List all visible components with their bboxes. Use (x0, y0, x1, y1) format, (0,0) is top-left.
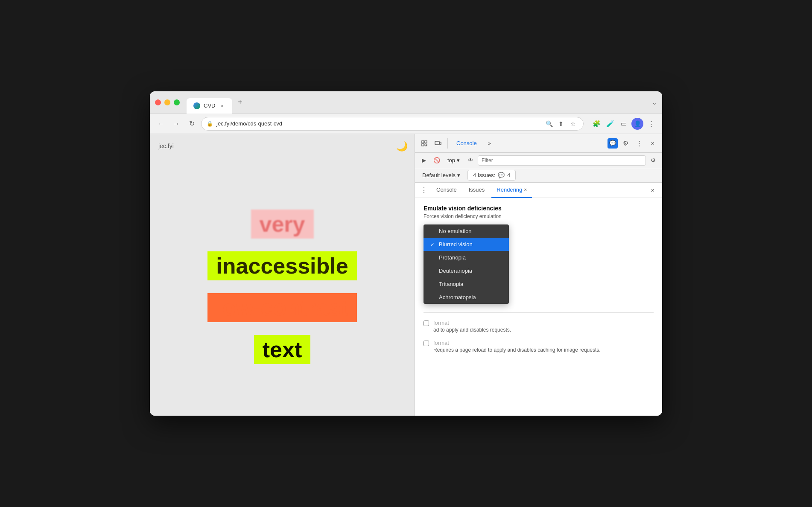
vision-option-blurred-vision[interactable]: ✓ Blurred vision (424, 238, 509, 251)
rendering-menu-button[interactable]: ⋮ (418, 185, 429, 196)
checkbox-row-2: format Requires a page reload to apply a… (424, 340, 654, 353)
inspector-button[interactable] (418, 137, 430, 149)
checkbox-1[interactable] (424, 321, 429, 326)
filter-input[interactable] (478, 155, 646, 166)
filter-settings-icon[interactable]: ⚙ (648, 155, 659, 166)
rendering-tab-end: × (647, 184, 659, 196)
svg-point-0 (425, 144, 427, 146)
search-icon[interactable]: 🔍 (544, 119, 554, 129)
vision-option-deuteranopia[interactable]: Deuteranopia (424, 264, 509, 277)
url-text: jec.fyi/demo/cds-quest-cvd (216, 120, 540, 127)
tab-favicon-icon (193, 102, 200, 109)
checkbox-1-text: format ad to apply and disables requests… (433, 320, 511, 333)
refresh-button[interactable]: ↻ (186, 118, 198, 130)
checkbox-2[interactable] (424, 341, 429, 346)
default-levels-arrow: ▾ (457, 172, 460, 178)
ban-button[interactable]: 🚫 (431, 155, 442, 166)
checkbox-2-title: format (433, 340, 601, 346)
device-toggle-button[interactable] (432, 137, 444, 149)
tab-rendering[interactable]: Rendering × (491, 183, 532, 198)
tab-cvd[interactable]: CVD × (187, 98, 232, 114)
no-emulation-label: No emulation (439, 228, 472, 234)
sidebar-icon[interactable]: ▭ (618, 118, 630, 130)
word-text: text (254, 335, 310, 364)
devtools-close-button[interactable]: × (647, 137, 659, 149)
checkbox-1-title: format (433, 320, 511, 326)
share-icon[interactable]: ⬆ (556, 119, 566, 129)
issues-badge[interactable]: 4 Issues: 💬 4 (467, 170, 516, 181)
url-actions: 🔍 ⬆ ☆ (544, 119, 578, 129)
tab-rendering-label: Rendering (497, 186, 522, 193)
address-bar: ← → ↻ 🔒 jec.fyi/demo/cds-quest-cvd 🔍 ⬆ ☆… (150, 114, 662, 134)
emulate-section: Emulate vision deficiencies Forces visio… (424, 205, 654, 306)
menu-button[interactable]: ⋮ (645, 118, 657, 130)
devtools-settings-button[interactable]: ⚙ (619, 137, 631, 149)
more-tabs-button[interactable]: » (483, 137, 496, 149)
emulate-title: Emulate vision deficiencies (424, 205, 654, 212)
console-toolbar: ▶ 🚫 top ▾ 👁 ⚙ (415, 153, 662, 168)
tab-bar: CVD × + (187, 95, 648, 110)
svg-rect-2 (440, 142, 441, 145)
rendering-tabs: ⋮ Console Issues Rendering × × (415, 183, 662, 198)
achromatopsia-label: Achromatopsia (439, 294, 476, 300)
separator (447, 138, 448, 149)
traffic-lights (155, 99, 180, 105)
tab-console[interactable]: Console (431, 183, 462, 198)
labs-icon[interactable]: 🧪 (604, 118, 616, 130)
word-inaccessible: inaccessible (207, 251, 356, 280)
forward-button[interactable]: → (170, 118, 182, 130)
protanopia-check (430, 255, 435, 261)
vision-option-protanopia[interactable]: Protanopia (424, 251, 509, 264)
tab-close-button[interactable]: × (219, 102, 225, 109)
top-dropdown[interactable]: top ▾ (444, 155, 463, 165)
vision-option-tritanopia[interactable]: Tritanopia (424, 277, 509, 291)
devtools-more-button[interactable]: ⋮ (633, 137, 645, 149)
checkbox-2-text: format Requires a page reload to apply a… (433, 340, 601, 353)
word-very: very (251, 210, 314, 239)
top-dropdown-arrow: ▾ (457, 157, 460, 163)
word-low-contrast: low-contrast (207, 293, 356, 322)
deuteranopia-check (430, 268, 435, 274)
issues-message-icon: 💬 (498, 172, 505, 178)
tritanopia-label: Tritanopia (439, 281, 463, 287)
protanopia-label: Protanopia (439, 254, 466, 261)
toolbar-actions: 🧩 🧪 ▭ 👤 ⋮ (590, 118, 657, 130)
issues-label: 4 Issues: (473, 172, 495, 178)
devtools-top-tabs: Console » (451, 137, 606, 149)
console-tab-top[interactable]: Console (451, 137, 482, 149)
devtools-top-right: 💬 ⚙ ⋮ × (608, 137, 659, 149)
play-button[interactable]: ▶ (418, 155, 429, 166)
title-bar: CVD × + ⌄ (150, 91, 662, 114)
rendering-close-button[interactable]: × (647, 184, 659, 196)
vision-option-no-emulation[interactable]: No emulation (424, 224, 509, 238)
moon-icon[interactable]: 🌙 (396, 141, 408, 152)
bookmark-icon[interactable]: ☆ (568, 119, 578, 129)
tab-rendering-close[interactable]: × (524, 187, 527, 193)
devtools-top-bar: Console » 💬 ⚙ ⋮ × (415, 134, 662, 153)
back-button[interactable]: ← (155, 118, 167, 130)
tab-end-controls: ⌄ (652, 99, 657, 106)
default-levels-button[interactable]: Default levels ▾ (418, 170, 464, 181)
eye-button[interactable]: 👁 (465, 155, 476, 166)
tab-title: CVD (204, 102, 215, 109)
profile-button[interactable]: 👤 (631, 118, 643, 130)
rendering-content: Emulate vision deficiencies Forces visio… (415, 198, 662, 416)
maximize-window-button[interactable] (174, 99, 180, 105)
default-levels-label: Default levels (422, 172, 456, 178)
vision-option-achromatopsia[interactable]: Achromatopsia (424, 291, 509, 304)
lock-icon: 🔒 (207, 121, 213, 127)
tab-issues[interactable]: Issues (464, 183, 490, 198)
tabs-menu-button[interactable]: ⌄ (652, 99, 657, 106)
checkbox-row-1: format ad to apply and disables requests… (424, 320, 654, 333)
page-words: very inaccessible low-contrast text (158, 166, 406, 407)
section-divider (424, 312, 654, 313)
new-tab-button[interactable]: + (234, 96, 246, 108)
close-window-button[interactable] (155, 99, 161, 105)
messages-icon[interactable]: 💬 (608, 138, 618, 149)
vision-dropdown: No emulation ✓ Blurred vision Protanopia (424, 224, 509, 304)
blurred-vision-check: ✓ (430, 242, 435, 248)
minimize-window-button[interactable] (164, 99, 170, 105)
vision-dropdown-menu: No emulation ✓ Blurred vision Protanopia (424, 224, 509, 304)
extensions-icon[interactable]: 🧩 (590, 118, 602, 130)
url-bar[interactable]: 🔒 jec.fyi/demo/cds-quest-cvd 🔍 ⬆ ☆ (201, 117, 584, 131)
